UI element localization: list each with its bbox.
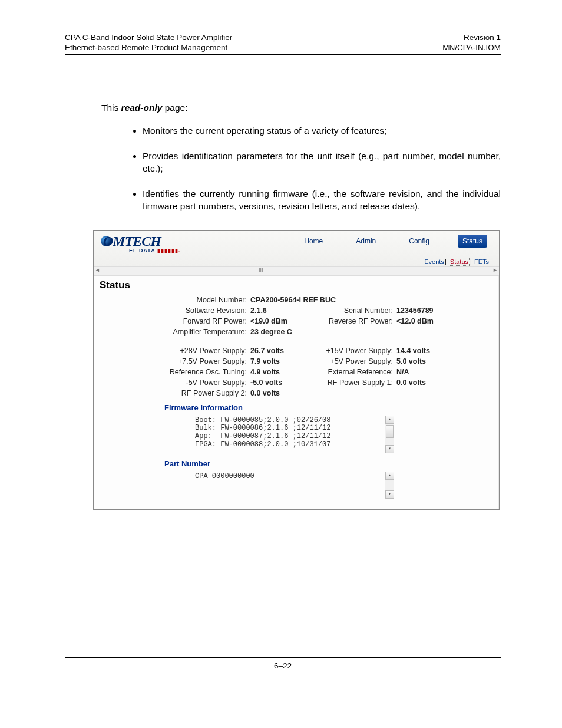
scroll-up-icon[interactable]: ▴ bbox=[385, 416, 394, 424]
nav-config[interactable]: Config bbox=[404, 235, 434, 248]
intro-prefix: This bbox=[101, 103, 121, 113]
intro-paragraph: This read-only page: bbox=[101, 102, 501, 114]
p5-label: +5V Power Supply: bbox=[310, 357, 396, 365]
osc-value: 4.9 volts bbox=[250, 368, 310, 376]
subnav-status[interactable]: Status bbox=[449, 258, 470, 266]
intro-suffix: page: bbox=[162, 103, 187, 113]
logo-text: OMTECH bbox=[103, 233, 161, 249]
page-title: Status bbox=[100, 279, 488, 291]
partnumber-content: CPA 0000000000 bbox=[166, 472, 394, 481]
rev-value: <12.0 dBm bbox=[396, 317, 457, 325]
rf1-value: 0.0 volts bbox=[396, 378, 457, 387]
p28-value: 26.7 volts bbox=[250, 347, 310, 355]
intro-em: read-only bbox=[121, 103, 163, 113]
bullet-1: Monitors the current operating status of… bbox=[143, 125, 501, 137]
model-value: CPA200-5964-I REF BUC bbox=[250, 296, 343, 304]
n5-label: -5V Power Supply: bbox=[158, 378, 250, 387]
ext-value: N/A bbox=[396, 368, 457, 376]
partnumber-textbox[interactable]: CPA 0000000000 ▴ ▾ bbox=[166, 472, 394, 499]
serial-label: Serial Number: bbox=[310, 307, 396, 315]
temp-label: Amplifier Temperature: bbox=[158, 328, 250, 336]
scroll-down-icon[interactable]: ▾ bbox=[385, 490, 394, 499]
serial-value: 123456789 bbox=[396, 307, 457, 315]
nav-home[interactable]: Home bbox=[299, 235, 328, 248]
ext-label: External Reference: bbox=[310, 368, 396, 376]
feature-list: Monitors the current operating status of… bbox=[128, 125, 501, 213]
scroll-up-icon[interactable]: ▴ bbox=[385, 472, 394, 480]
sw-label: Software Revision: bbox=[158, 307, 250, 315]
header-rule bbox=[65, 54, 501, 55]
header-right-2: MN/CPA-IN.IOM bbox=[442, 43, 501, 52]
scroll-down-icon[interactable]: ▾ bbox=[385, 445, 394, 453]
firmware-heading: Firmware Information bbox=[164, 403, 394, 413]
logo-subtext: EF DATA ▮▮▮▮▮▮. bbox=[129, 248, 180, 253]
rev-label: Reverse RF Power: bbox=[310, 317, 396, 325]
status-grid: Model Number:CPA200-5964-I REF BUC Softw… bbox=[158, 296, 488, 397]
p15-label: +15V Power Supply: bbox=[310, 347, 396, 355]
rf2-label: RF Power Supply 2: bbox=[158, 389, 250, 397]
page-footer: 6–22 bbox=[65, 657, 501, 670]
header-right-1: Revision 1 bbox=[464, 33, 501, 42]
rf2-value: 0.0 volts bbox=[250, 389, 310, 397]
fwd-value: <19.0 dBm bbox=[250, 317, 310, 325]
subnav-fets[interactable]: FETs bbox=[474, 258, 489, 265]
main-nav: Home Admin Config Status bbox=[299, 235, 487, 248]
nav-admin[interactable]: Admin bbox=[351, 235, 381, 248]
p5-value: 5.0 volts bbox=[396, 357, 457, 365]
firmware-textbox[interactable]: Boot: FW-0000085;2.0.0 ;02/26/08 Bulk: F… bbox=[166, 416, 394, 453]
embedded-screenshot: OMTECH EF DATA ▮▮▮▮▮▮. Home Admin Config… bbox=[93, 230, 500, 510]
temp-value: 23 degree C bbox=[250, 328, 310, 336]
sub-nav: Events| Status| FETs bbox=[424, 258, 490, 265]
sw-value: 2.1.6 bbox=[250, 307, 310, 315]
header-left-2: Ethernet-based Remote Product Management bbox=[65, 43, 227, 52]
scroll-thumb[interactable] bbox=[386, 425, 394, 438]
p15-value: 14.4 volts bbox=[396, 347, 457, 355]
bullet-2: Provides identification parameters for t… bbox=[143, 150, 501, 175]
firmware-content: Boot: FW-0000085;2.0.0 ;02/26/08 Bulk: F… bbox=[166, 416, 394, 449]
osc-label: Reference Osc. Tuning: bbox=[158, 368, 250, 376]
firmware-scrollbar[interactable]: ▴ ▾ bbox=[385, 416, 394, 453]
p28-label: +28V Power Supply: bbox=[158, 347, 250, 355]
partnumber-scrollbar[interactable]: ▴ ▾ bbox=[385, 472, 394, 499]
horizontal-scrollbar[interactable]: ◄III► bbox=[94, 266, 499, 276]
p75-label: +7.5V Power Supply: bbox=[158, 357, 250, 365]
model-label: Model Number: bbox=[158, 296, 250, 304]
subnav-events[interactable]: Events bbox=[424, 258, 444, 265]
fwd-label: Forward RF Power: bbox=[158, 317, 250, 325]
header-left-1: CPA C-Band Indoor Solid State Power Ampl… bbox=[65, 33, 232, 42]
nav-status[interactable]: Status bbox=[458, 235, 487, 248]
bullet-3: Identifies the currently running firmwar… bbox=[143, 188, 501, 213]
p75-value: 7.9 volts bbox=[250, 357, 310, 365]
partnumber-heading: Part Number bbox=[164, 459, 394, 469]
n5-value: -5.0 volts bbox=[250, 378, 310, 387]
rf1-label: RF Power Supply 1: bbox=[310, 378, 396, 387]
